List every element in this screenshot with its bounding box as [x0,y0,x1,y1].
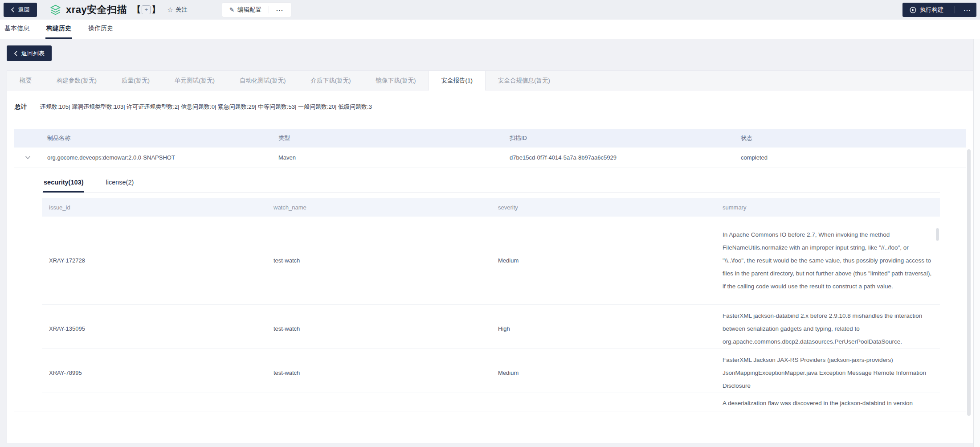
tab-security-issues[interactable]: security(103) [43,174,84,193]
issue-summary: A deserialization flaw was discovered in… [715,393,940,411]
tab-security-compliance[interactable]: 安全合规信息(暂无) [486,71,563,90]
issue-table: issue_id watch_name severity summary XRA… [42,198,940,411]
main-tabs: 基本信息 构建历史 操作历史 [0,20,980,39]
totals-summary: 总计 违规数:105| 漏洞违规类型数:103| 许可证违规类型数:2| 信息问… [7,90,973,111]
tab-build-params[interactable]: 构建参数(暂无) [44,71,109,90]
edit-config-button[interactable]: ✎ 编辑配置 [222,3,269,17]
severity: High [491,325,715,332]
app-header: 返回 xray安全扫描 【 + 】 ☆ 关注 ✎ 编辑配置 ··· [0,0,980,20]
totals-label: 总计 [15,103,27,110]
tab-quality[interactable]: 质量(暂无) [109,71,162,90]
col-summary: summary [715,204,940,211]
chevron-left-icon [11,7,15,12]
issue-row: XRAY-172728 test-watch Medium In Apache … [42,217,940,305]
bracket-left: 【 [132,4,141,16]
watch-name: test-watch [266,257,491,264]
artifact-name: org.gocome.deveops:demowar:2.0.0-SNAPSHO… [41,154,272,161]
back-to-list-button[interactable]: 返回列表 [7,45,52,61]
tab-basic-info[interactable]: 基本信息 [4,20,30,39]
run-build-more-button[interactable]: ··· [959,3,977,17]
back-button[interactable]: 返回 [4,3,37,17]
issue-id: XRAY-135095 [42,325,266,332]
run-build-split-button: 执行构建 ··· [902,3,977,17]
edit-config-label: 编辑配置 [237,6,261,14]
issue-summary: In Apache Commons IO before 2.7, When in… [715,224,940,297]
totals-text: 违规数:105| 漏洞违规类型数:103| 许可证违规类型数:2| 信息问题数:… [40,103,372,110]
artifact-table-header: 制品名称 类型 扫描ID 状态 [14,129,966,148]
pencil-icon: ✎ [229,6,234,13]
chevron-left-icon [14,51,18,56]
issue-type-tabs: security(103) license(2) [42,174,940,193]
follow-label: 关注 [176,6,188,14]
card-scrollbar-thumb[interactable] [967,149,971,416]
issue-id: XRAY-172728 [42,257,266,264]
follow-button[interactable]: ☆ 关注 [167,6,187,14]
report-section-tabs: 概要 构建参数(暂无) 质量(暂无) 单元测试(暂无) 自动化测试(暂无) 介质… [7,71,973,90]
tab-overview[interactable]: 概要 [7,71,44,90]
tab-security-report[interactable]: 安全报告(1) [429,71,486,90]
col-severity: severity [491,204,715,211]
star-icon: ☆ [167,6,173,14]
artifact-table: 制品名称 类型 扫描ID 状态 org.gocome.deveops:demow… [14,129,966,411]
issue-summary: FasterXML jackson-databind 2.x before 2.… [715,305,940,349]
run-build-label: 执行构建 [920,6,944,14]
tab-build-history[interactable]: 构建历史 [45,20,72,39]
content-area: 返回列表 概要 构建参数(暂无) 质量(暂无) 单元测试(暂无) 自动化测试(暂… [0,39,980,444]
issue-table-header: issue_id watch_name severity summary [42,198,940,217]
layers-logo-icon [49,4,61,16]
issue-table-scrollbar-thumb[interactable] [936,228,939,241]
tab-automation-test[interactable]: 自动化测试(暂无) [227,71,298,90]
back-button-label: 返回 [18,6,30,14]
header-more-button[interactable]: ··· [269,3,291,17]
tab-operation-history[interactable]: 操作历史 [87,20,114,39]
col-status: 状态 [735,134,966,142]
severity: Medium [491,369,715,376]
build-detail-card: 概要 构建参数(暂无) 质量(暂无) 单元测试(暂无) 自动化测试(暂无) 介质… [7,70,973,444]
add-button[interactable]: + [142,5,151,14]
tab-media-download[interactable]: 介质下载(暂无) [298,71,363,90]
page-title: xray安全扫描 [66,3,127,16]
issue-id: XRAY-78995 [42,369,266,376]
tab-unit-test[interactable]: 单元测试(暂无) [162,71,227,90]
config-button-group: ✎ 编辑配置 ··· [222,3,291,17]
issue-row: XRAY-78995 test-watch Medium FasterXML J… [42,349,940,393]
col-artifact-name: 制品名称 [41,134,272,142]
issue-summary: FasterXML Jackson JAX-RS Providers (jack… [715,349,940,393]
watch-name: test-watch [266,325,491,332]
issue-row: A deserialization flaw was discovered in… [42,393,940,411]
artifact-scan-id: d7be15cd-0f7f-4014-5a7a-8b97aa6c5929 [503,154,735,161]
watch-name: test-watch [266,369,491,376]
back-to-list-label: 返回列表 [21,49,45,57]
play-circle-icon [910,7,916,13]
artifact-type: Maven [272,154,503,161]
tab-image-download[interactable]: 镜像下载(暂无) [363,71,429,90]
tab-license-issues[interactable]: license(2) [105,174,135,193]
run-build-button[interactable]: 执行构建 [902,3,951,17]
col-watch-name: watch_name [266,204,491,211]
artifact-expanded-panel: security(103) license(2) issue_id watch_… [14,168,966,411]
page-scrollbar-track [973,0,980,447]
severity: Medium [491,257,715,264]
expand-row-icon[interactable] [14,156,41,160]
issue-row: XRAY-135095 test-watch High FasterXML ja… [42,305,940,349]
table-row: org.gocome.deveops:demowar:2.0.0-SNAPSHO… [14,148,966,168]
col-issue-id: issue_id [42,204,266,211]
col-type: 类型 [272,134,503,142]
divider [955,6,955,13]
artifact-status: completed [735,154,966,161]
col-scan-id: 扫描ID [503,134,735,142]
bracket-right: 】 [151,4,160,16]
